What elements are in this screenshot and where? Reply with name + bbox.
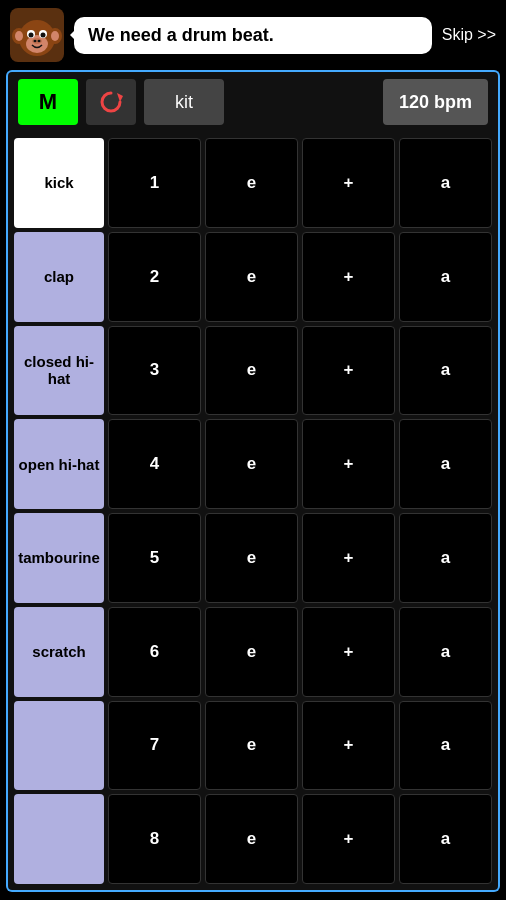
grid-cell-r5-c3[interactable]: a — [399, 607, 492, 697]
row-label-0: kick — [14, 138, 104, 228]
grid-cell-r6-c1[interactable]: e — [205, 701, 298, 791]
grid-cell-r4-c3[interactable]: a — [399, 513, 492, 603]
message-text: We need a drum beat. — [88, 25, 274, 45]
grid-row: 8e+a — [14, 794, 492, 884]
grid-row: closed hi-hat3e+a — [14, 326, 492, 416]
toolbar: M kit 120 bpm — [6, 70, 500, 132]
grid-cell-r6-c2[interactable]: + — [302, 701, 395, 791]
grid-cell-r0-c2[interactable]: + — [302, 138, 395, 228]
row-label-7 — [14, 794, 104, 884]
svg-point-11 — [34, 40, 37, 42]
grid-cell-r2-c2[interactable]: + — [302, 326, 395, 416]
grid-row: tambourine5e+a — [14, 513, 492, 603]
grid-cell-r0-c1[interactable]: e — [205, 138, 298, 228]
grid-cell-r5-c0[interactable]: 6 — [108, 607, 201, 697]
grid-cell-r0-c0[interactable]: 1 — [108, 138, 201, 228]
grid-row: kick1e+a — [14, 138, 492, 228]
grid-cell-r4-c1[interactable]: e — [205, 513, 298, 603]
grid-cell-r1-c0[interactable]: 2 — [108, 232, 201, 322]
monkey-avatar — [10, 8, 64, 62]
grid-cell-r5-c1[interactable]: e — [205, 607, 298, 697]
grid-cell-r7-c1[interactable]: e — [205, 794, 298, 884]
grid-cell-r3-c3[interactable]: a — [399, 419, 492, 509]
grid-cell-r1-c3[interactable]: a — [399, 232, 492, 322]
reset-button[interactable] — [86, 79, 136, 125]
grid-row: open hi-hat4e+a — [14, 419, 492, 509]
row-label-3: open hi-hat — [14, 419, 104, 509]
grid-row: 7e+a — [14, 701, 492, 791]
grid-cell-r6-c3[interactable]: a — [399, 701, 492, 791]
header: We need a drum beat. Skip >> — [0, 0, 506, 70]
row-label-5: scratch — [14, 607, 104, 697]
svg-point-8 — [29, 33, 34, 38]
grid-cell-r2-c0[interactable]: 3 — [108, 326, 201, 416]
grid-cell-r3-c1[interactable]: e — [205, 419, 298, 509]
grid-cell-r7-c0[interactable]: 8 — [108, 794, 201, 884]
svg-point-3 — [15, 31, 23, 41]
svg-marker-13 — [117, 93, 123, 102]
svg-point-12 — [38, 40, 41, 42]
row-label-1: clap — [14, 232, 104, 322]
kit-button[interactable]: kit — [144, 79, 224, 125]
main-grid-area: kick1e+aclap2e+aclosed hi-hat3e+aopen hi… — [6, 132, 500, 892]
grid-cell-r2-c3[interactable]: a — [399, 326, 492, 416]
speech-bubble: We need a drum beat. — [74, 17, 432, 54]
grid-cell-r4-c0[interactable]: 5 — [108, 513, 201, 603]
row-label-4: tambourine — [14, 513, 104, 603]
grid-cell-r1-c2[interactable]: + — [302, 232, 395, 322]
bpm-display: 120 bpm — [383, 79, 488, 125]
grid-cell-r7-c2[interactable]: + — [302, 794, 395, 884]
m-button[interactable]: M — [18, 79, 78, 125]
grid-cell-r2-c1[interactable]: e — [205, 326, 298, 416]
svg-point-9 — [41, 33, 46, 38]
row-label-2: closed hi-hat — [14, 326, 104, 416]
grid-cell-r3-c2[interactable]: + — [302, 419, 395, 509]
grid-cell-r7-c3[interactable]: a — [399, 794, 492, 884]
grid-row: clap2e+a — [14, 232, 492, 322]
grid-cell-r3-c0[interactable]: 4 — [108, 419, 201, 509]
grid-cell-r4-c2[interactable]: + — [302, 513, 395, 603]
row-label-6 — [14, 701, 104, 791]
grid-cell-r0-c3[interactable]: a — [399, 138, 492, 228]
grid-container: kick1e+aclap2e+aclosed hi-hat3e+aopen hi… — [14, 138, 492, 884]
svg-point-4 — [51, 31, 59, 41]
grid-row: scratch6e+a — [14, 607, 492, 697]
grid-cell-r1-c1[interactable]: e — [205, 232, 298, 322]
grid-cell-r6-c0[interactable]: 7 — [108, 701, 201, 791]
grid-cell-r5-c2[interactable]: + — [302, 607, 395, 697]
skip-button[interactable]: Skip >> — [442, 26, 496, 44]
